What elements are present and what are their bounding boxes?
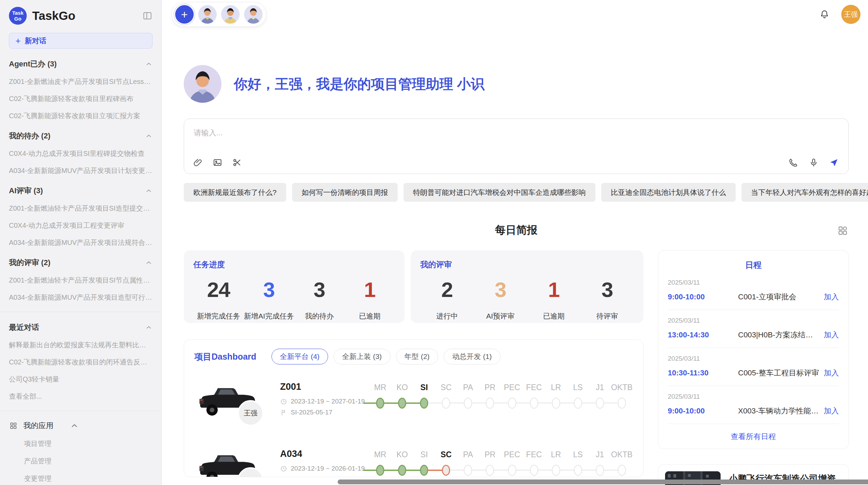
milestone-node[interactable] bbox=[486, 465, 494, 476]
sidebar-app-item[interactable]: 产品管理 bbox=[24, 457, 153, 466]
agent-avatar-2[interactable] bbox=[221, 5, 240, 24]
milestone-node[interactable] bbox=[596, 398, 604, 409]
sidebar-item[interactable]: Z001-全新燃油轻卡产品开发项目SI节点属性5D文件评审 bbox=[9, 276, 153, 285]
milestone-node[interactable] bbox=[508, 398, 516, 409]
section-header[interactable]: 我的待办 (2) bbox=[9, 131, 153, 141]
milestone-node[interactable] bbox=[376, 465, 384, 476]
sidebar-item[interactable]: A034-全新新能源MUV产品开发项目法规符合性评审 bbox=[9, 238, 153, 247]
car-image bbox=[194, 380, 280, 420]
user-avatar[interactable]: 王强 bbox=[841, 5, 860, 24]
section-header[interactable]: AI评审 (3) bbox=[9, 186, 153, 196]
join-link[interactable]: 加入 bbox=[824, 292, 839, 302]
sidebar-section: Agent已办 (3)Z001-全新燃油皮卡产品开发项目SI节点Lesson L… bbox=[9, 59, 153, 121]
stat-label: 进行中 bbox=[420, 311, 474, 321]
sidebar-item[interactable]: 查看全部... bbox=[9, 392, 153, 401]
milestone-node[interactable] bbox=[420, 398, 428, 409]
paperclip-icon[interactable] bbox=[193, 158, 203, 167]
project-row[interactable]: 王强Z0012023-12-19 ~ 2027-01-19SI-2025-05-… bbox=[194, 380, 633, 432]
sidebar-item[interactable]: 解释最新出台的欧盟报废车法规再生塑料比例被调至15%... bbox=[9, 340, 153, 350]
join-link[interactable]: 加入 bbox=[824, 368, 839, 378]
milestone-node[interactable] bbox=[508, 465, 516, 476]
sidebar-item[interactable]: A034-全新新能源MUV产品开发项目计划变更表编写 bbox=[9, 166, 153, 175]
section-header[interactable]: 最近对话 bbox=[9, 322, 153, 333]
chevron-up-icon[interactable] bbox=[145, 324, 153, 331]
milestone-node[interactable] bbox=[442, 465, 450, 476]
milestone-node[interactable] bbox=[552, 398, 560, 409]
view-all-schedule-link[interactable]: 查看所有日程 bbox=[668, 432, 839, 442]
suggestion-chip[interactable]: 如何写一份清晰的项目周报 bbox=[292, 183, 398, 202]
join-link[interactable]: 加入 bbox=[824, 330, 839, 340]
milestone-node[interactable] bbox=[574, 398, 582, 409]
sidebar-scroll[interactable]: Agent已办 (3)Z001-全新燃油皮卡产品开发项目SI节点Lesson L… bbox=[0, 49, 161, 482]
milestone-label: MR bbox=[369, 383, 391, 392]
notification-bell-icon[interactable] bbox=[819, 9, 830, 20]
stat-value: 3 bbox=[580, 277, 634, 302]
send-icon[interactable] bbox=[829, 158, 839, 167]
milestone-node[interactable] bbox=[464, 398, 472, 409]
suggestion-chip[interactable]: 当下年轻人对汽车外观有怎样的喜好趋势 bbox=[742, 183, 868, 202]
sidebar-item[interactable]: C02-飞腾新能源轻客改款项目里程碑画布 bbox=[9, 94, 153, 103]
milestone-node[interactable] bbox=[442, 398, 450, 409]
event-title: C005-整车工程目标评审 bbox=[738, 368, 819, 378]
sidebar-item[interactable]: Z001-全新燃油轻卡产品开发项目SI造型提交物评审 bbox=[9, 204, 153, 213]
sidebar-item[interactable]: A034-全新新能源MUV产品开发项目造型可行性评审 bbox=[9, 293, 153, 302]
scissors-icon[interactable] bbox=[232, 158, 242, 167]
horizontal-scrollbar-track[interactable] bbox=[338, 480, 868, 484]
sidebar-item[interactable]: Z001-全新燃油皮卡产品开发项目SI节点Lesson Learn报告 bbox=[9, 77, 153, 86]
stat-item: 3新增AI完成任务 bbox=[244, 277, 294, 321]
project-row[interactable]: 王强A0342023-12-19 ~ 2026-01-19SC-2025-05-… bbox=[194, 447, 633, 477]
mic-icon[interactable] bbox=[809, 158, 819, 167]
milestone-node[interactable] bbox=[574, 465, 582, 476]
milestone-node[interactable] bbox=[530, 465, 538, 476]
milestone-node[interactable] bbox=[464, 465, 472, 476]
milestone-node[interactable] bbox=[376, 398, 384, 409]
phone-icon[interactable] bbox=[788, 158, 798, 167]
dashboard-tab[interactable]: 全新平台 (4) bbox=[272, 349, 328, 364]
stat-label: AI预评审 bbox=[474, 311, 527, 321]
event-date: 2025/03/11 bbox=[668, 279, 839, 286]
milestone-node[interactable] bbox=[618, 465, 626, 476]
milestone-node[interactable] bbox=[398, 465, 406, 476]
stat-item: 1已逾期 bbox=[527, 277, 581, 321]
collapse-sidebar-icon[interactable] bbox=[142, 11, 153, 21]
chevron-up-icon[interactable] bbox=[145, 259, 153, 266]
sidebar-item[interactable]: 公司Q3轻卡销量 bbox=[9, 375, 153, 384]
dashboard-tab[interactable]: 年型 (2) bbox=[396, 349, 438, 364]
chat-input-card[interactable]: 请输入... bbox=[184, 119, 849, 174]
image-icon[interactable] bbox=[213, 158, 222, 167]
suggestion-chip[interactable]: 比亚迪全固态电池计划具体说了什么 bbox=[601, 183, 736, 202]
milestone-node[interactable] bbox=[596, 465, 604, 476]
chevron-up-icon[interactable] bbox=[145, 187, 153, 195]
new-chat-button[interactable]: + 新对话 bbox=[9, 33, 153, 49]
sidebar-item[interactable]: C02-飞腾新能源轻客改款项目的闭环通告反馈情况 bbox=[9, 358, 153, 367]
agent-avatar-3[interactable] bbox=[244, 5, 263, 24]
add-agent-button[interactable]: + bbox=[175, 5, 194, 24]
sidebar-item[interactable]: C0X4-动力总成开发项目SI里程碑提交物检查 bbox=[9, 149, 153, 158]
section-header[interactable]: 我的评审 (2) bbox=[9, 258, 153, 268]
chevron-up-icon[interactable] bbox=[145, 60, 153, 68]
sidebar-item[interactable]: C02-飞腾新能源轻客改款项目立项汇报方案 bbox=[9, 111, 153, 121]
sidebar-item[interactable]: C0X4-动力总成开发项目工程变更评审 bbox=[9, 221, 153, 230]
horizontal-scrollbar-thumb[interactable] bbox=[338, 480, 868, 484]
join-link[interactable]: 加入 bbox=[824, 406, 839, 416]
milestone-node[interactable] bbox=[398, 398, 406, 409]
milestone-node[interactable] bbox=[420, 465, 428, 476]
milestone-node[interactable] bbox=[618, 398, 626, 409]
sidebar-app-item[interactable]: 项目管理 bbox=[24, 439, 153, 448]
agent-avatar-1[interactable] bbox=[198, 5, 217, 24]
milestone-node[interactable] bbox=[486, 398, 494, 409]
dashboard-tab[interactable]: 全新上装 (3) bbox=[334, 349, 390, 364]
suggestion-chip[interactable]: 欧洲新规最近颁布了什么? bbox=[184, 183, 286, 202]
section-header[interactable]: Agent已办 (3) bbox=[9, 59, 153, 69]
stat-label: 已逾期 bbox=[345, 311, 395, 321]
sidebar-item-my-apps[interactable]: 我的应用 bbox=[9, 421, 153, 431]
suggestion-chip[interactable]: 特朗普可能对进口汽车增税会对中国车企造成哪些影响 bbox=[403, 183, 595, 202]
chevron-up-icon[interactable] bbox=[70, 421, 79, 430]
milestone-node[interactable] bbox=[530, 398, 538, 409]
layout-grid-icon[interactable] bbox=[837, 225, 848, 236]
event-time: 13:00-14:30 bbox=[668, 331, 738, 339]
dashboard-tab[interactable]: 动总开发 (1) bbox=[444, 349, 501, 364]
sidebar-app-item[interactable]: 变更管理 bbox=[24, 474, 153, 482]
milestone-node[interactable] bbox=[552, 465, 560, 476]
chevron-up-icon[interactable] bbox=[145, 132, 153, 140]
